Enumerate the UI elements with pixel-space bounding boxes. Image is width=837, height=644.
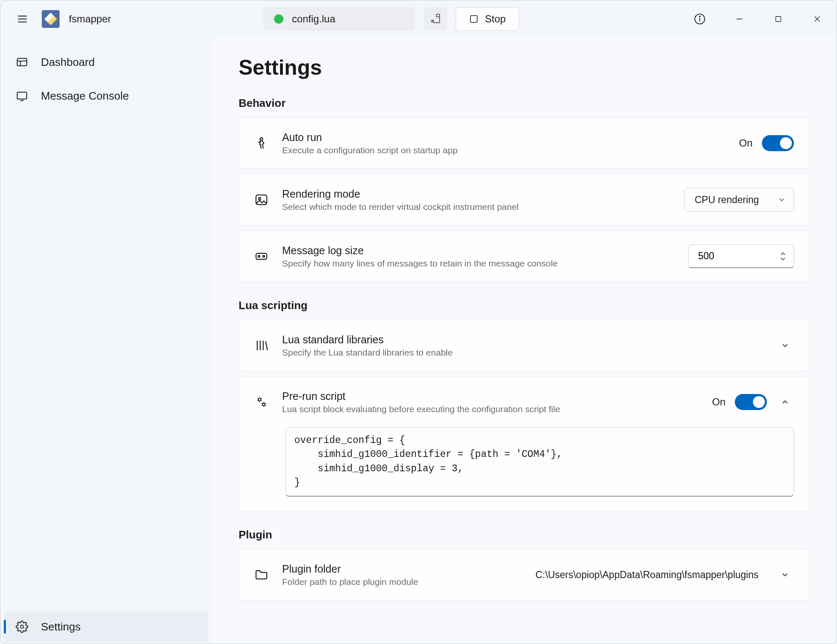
- svg-line-26: [266, 341, 267, 350]
- setting-title: Pre-run script: [282, 390, 698, 402]
- auto-run-toggle[interactable]: [762, 135, 794, 151]
- collapse-button[interactable]: [776, 393, 794, 411]
- page-title: Settings: [239, 55, 810, 80]
- titlebar: fsmapper config.lua Stop: [0, 0, 837, 38]
- maximize-button[interactable]: [759, 8, 798, 30]
- section-title-plugin: Plugin: [239, 528, 810, 541]
- chevron-up-icon: [780, 397, 790, 407]
- svg-point-17: [260, 138, 263, 140]
- svg-point-19: [258, 198, 261, 200]
- open-file-button[interactable]: [424, 7, 447, 31]
- minimize-button[interactable]: [720, 8, 759, 30]
- svg-point-21: [258, 255, 260, 257]
- sidebar-item-settings[interactable]: Settings: [4, 611, 208, 642]
- library-icon: [254, 338, 269, 353]
- setting-card-message-log-size: Message log size Specify how many lines …: [239, 231, 810, 282]
- app-title: fsmapper: [69, 13, 111, 25]
- toggle-state-label: On: [739, 137, 753, 149]
- setting-card-auto-run: Auto run Execute a configuration script …: [239, 117, 810, 169]
- svg-point-22: [263, 255, 265, 257]
- status-indicator-icon: [274, 14, 283, 24]
- setting-card-rendering-mode: Rendering mode Select which mode to rend…: [239, 174, 810, 226]
- svg-rect-18: [256, 195, 267, 205]
- dropdown-value: CPU rendering: [695, 194, 759, 206]
- message-log-size-field[interactable]: [698, 250, 757, 262]
- log-icon: [254, 249, 269, 264]
- gears-icon: [254, 395, 269, 409]
- sidebar-item-dashboard[interactable]: Dashboard: [4, 47, 208, 77]
- spin-icon: [779, 251, 787, 261]
- window-controls: [720, 8, 837, 30]
- setting-card-prerun-script: Pre-run script Lua script block evaluati…: [239, 376, 810, 511]
- file-pill[interactable]: config.lua: [263, 7, 415, 31]
- sidebar-item-label: Dashboard: [41, 56, 95, 69]
- info-button[interactable]: [688, 7, 712, 31]
- file-name: config.lua: [292, 13, 335, 25]
- svg-rect-8: [776, 16, 781, 22]
- setting-desc: Select which mode to render virtual cock…: [282, 202, 671, 212]
- setting-desc: Specify the Lua standard libraries to en…: [282, 348, 763, 358]
- app-icon: [42, 10, 60, 28]
- setting-title: Message log size: [282, 245, 675, 257]
- titlebar-center: config.lua Stop: [111, 7, 671, 31]
- setting-desc: Specify how many lines of messages to re…: [282, 258, 675, 269]
- expand-button[interactable]: [776, 337, 794, 354]
- svg-point-27: [258, 398, 261, 401]
- message-log-size-input[interactable]: [688, 245, 794, 268]
- sidebar-item-label: Settings: [41, 620, 81, 633]
- svg-point-28: [263, 403, 265, 406]
- chevron-down-icon: [780, 570, 790, 579]
- chevron-down-icon: [777, 196, 786, 204]
- prerun-script-textarea[interactable]: override_config = { simhid_g1000_identif…: [285, 427, 794, 497]
- stop-button-label: Stop: [485, 13, 505, 25]
- setting-card-lua-std-libs: Lua standard libraries Specify the Lua s…: [239, 320, 810, 371]
- section-title-behavior: Behavior: [239, 97, 810, 110]
- menu-button[interactable]: [11, 7, 34, 31]
- setting-title: Plugin folder: [282, 563, 522, 575]
- close-button[interactable]: [798, 8, 837, 30]
- plugin-folder-path: C:\Users\opiop\AppData\Roaming\fsmapper\…: [535, 569, 758, 581]
- setting-title: Rendering mode: [282, 188, 671, 200]
- setting-desc: Lua script block evaluating before execu…: [282, 404, 698, 414]
- stop-button[interactable]: Stop: [456, 7, 519, 31]
- svg-rect-11: [17, 58, 27, 66]
- sidebar-item-label: Message Console: [41, 90, 129, 103]
- main-content: Settings Behavior Auto run Execute a con…: [212, 38, 837, 644]
- svg-point-16: [20, 625, 24, 628]
- setting-card-plugin-folder: Plugin folder Folder path to place plugi…: [239, 549, 810, 601]
- auto-run-icon: [254, 136, 269, 150]
- setting-title: Lua standard libraries: [282, 334, 763, 346]
- svg-rect-3: [470, 16, 477, 22]
- setting-desc: Execute a configuration script on startu…: [282, 145, 726, 155]
- svg-rect-14: [17, 92, 27, 99]
- setting-desc: Folder path to place plugin module: [282, 577, 522, 587]
- setting-title: Auto run: [282, 131, 726, 144]
- folder-icon: [254, 568, 269, 582]
- expand-button[interactable]: [776, 566, 794, 584]
- chevron-down-icon: [780, 341, 790, 350]
- image-icon: [254, 193, 269, 207]
- toggle-state-label: On: [712, 396, 726, 408]
- prerun-toggle[interactable]: [735, 394, 767, 410]
- rendering-mode-dropdown[interactable]: CPU rendering: [684, 188, 794, 212]
- sidebar: Dashboard Message Console Settings: [0, 38, 212, 644]
- section-title-lua: Lua scripting: [239, 299, 810, 312]
- sidebar-item-message-console[interactable]: Message Console: [4, 81, 208, 111]
- svg-point-6: [699, 16, 700, 17]
